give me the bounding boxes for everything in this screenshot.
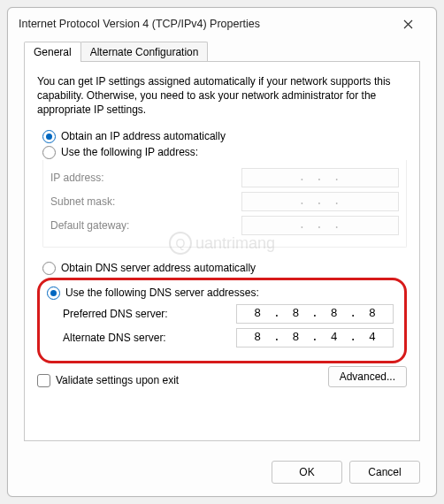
titlebar: Internet Protocol Version 4 (TCP/IPv4) P…: [8, 8, 436, 40]
radio-use-dns[interactable]: [47, 286, 60, 300]
ip-address-label: IP address:: [50, 172, 103, 184]
alternate-dns-label: Alternate DNS server:: [63, 332, 166, 344]
tab-general[interactable]: General: [24, 42, 81, 62]
radio-use-ip-label: Use the following IP address:: [61, 146, 198, 158]
radio-use-ip[interactable]: [42, 146, 56, 159]
properties-dialog: Internet Protocol Version 4 (TCP/IPv4) P…: [7, 7, 437, 497]
ip-settings-group: Obtain an IP address automatically Use t…: [37, 130, 407, 253]
radio-obtain-dns-auto[interactable]: [42, 262, 56, 275]
preferred-dns-input[interactable]: 8 . 8 . 8 . 8: [236, 304, 394, 324]
validate-checkbox[interactable]: [37, 374, 50, 387]
radio-obtain-ip-auto-label: Obtain an IP address automatically: [61, 130, 226, 142]
tab-alternate-configuration[interactable]: Alternate Configuration: [80, 42, 209, 62]
window-title: Internet Protocol Version 4 (TCP/IPv4) P…: [19, 18, 260, 30]
close-icon: [403, 19, 413, 29]
advanced-button[interactable]: Advanced...: [328, 366, 407, 387]
close-button[interactable]: [390, 13, 425, 34]
description-text: You can get IP settings assigned automat…: [37, 74, 407, 118]
radio-use-dns-label: Use the following DNS server addresses:: [65, 286, 259, 299]
default-gateway-label: Default gateway:: [50, 219, 129, 232]
tab-strip: General Alternate Configuration: [24, 42, 420, 62]
default-gateway-input: . . .: [241, 216, 399, 235]
alternate-dns-input[interactable]: 8 . 8 . 4 . 4: [236, 328, 394, 347]
tab-panel-general: Quantrimang You can get IP settings assi…: [24, 61, 420, 441]
subnet-mask-input: . . .: [241, 192, 399, 211]
ok-button[interactable]: OK: [272, 461, 342, 484]
subnet-mask-label: Subnet mask:: [50, 195, 115, 208]
radio-obtain-dns-auto-label: Obtain DNS server address automatically: [61, 262, 256, 274]
radio-obtain-ip-auto[interactable]: [42, 130, 56, 143]
cancel-button[interactable]: Cancel: [349, 461, 420, 484]
dialog-footer: OK Cancel: [8, 452, 436, 496]
validate-label: Validate settings upon exit: [56, 374, 179, 386]
preferred-dns-label: Preferred DNS server:: [63, 308, 168, 320]
ip-address-input: . . .: [241, 168, 399, 187]
dns-highlight: Use the following DNS server addresses: …: [37, 278, 407, 363]
